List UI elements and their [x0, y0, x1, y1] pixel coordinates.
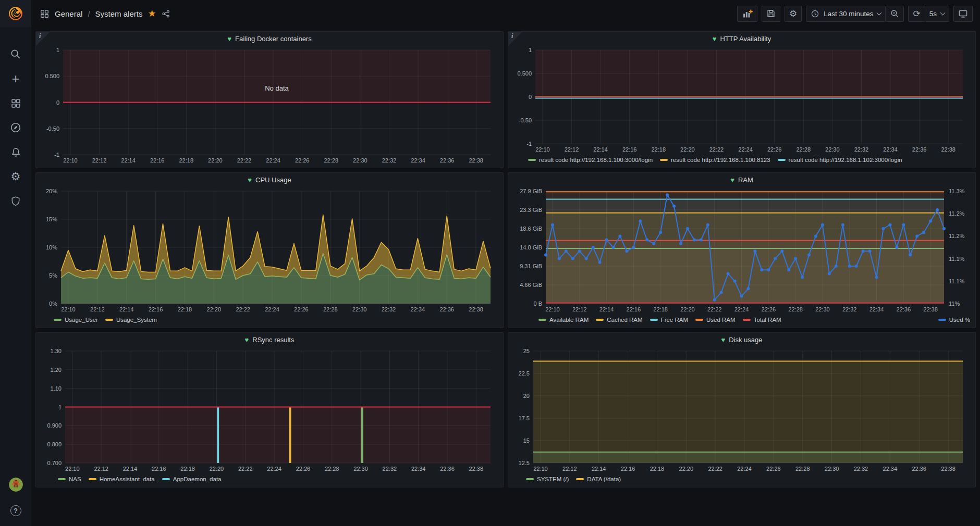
legend-item[interactable]: Used RAM — [695, 317, 736, 323]
panel-header[interactable]: ♥ CPU Usage — [41, 173, 498, 187]
panel-legend: Available RAMCached RAMFree RAMUsed RAMT… — [513, 314, 970, 325]
svg-text:22:10: 22:10 — [61, 306, 76, 312]
failing-docker-containers-chart[interactable]: 22:1022:1222:1422:1622:1822:2022:2222:24… — [41, 46, 498, 165]
zoom-out-time-button[interactable] — [886, 6, 904, 22]
legend-item[interactable]: NAS — [58, 476, 81, 482]
save-floppy-icon — [766, 9, 776, 18]
rsync-results-chart[interactable]: 22:1022:1222:1422:1622:1822:2022:2222:24… — [41, 347, 498, 473]
legend-item[interactable]: Total RAM — [743, 317, 781, 323]
panel-rsync-results: ♥ RSync results 22:1022:1222:1422:1622:1… — [35, 332, 504, 487]
dashboard-title[interactable]: System alerts — [95, 9, 143, 18]
svg-text:No data: No data — [265, 84, 289, 92]
dashboard-grid-icon — [40, 9, 50, 19]
legend-item[interactable]: AppDaemon_data — [162, 476, 222, 482]
svg-text:-1: -1 — [54, 152, 59, 158]
disk-usage-chart[interactable]: 22:1022:1222:1422:1622:1822:2022:2222:24… — [513, 347, 970, 473]
svg-text:22:30: 22:30 — [825, 466, 839, 472]
cycle-view-mode-button[interactable] — [953, 6, 973, 22]
svg-text:22:20: 22:20 — [210, 466, 224, 472]
svg-text:14.0 GiB: 14.0 GiB — [520, 244, 542, 251]
explore-compass-icon[interactable] — [9, 121, 22, 134]
legend-item[interactable]: Cached RAM — [596, 317, 642, 323]
panel-header[interactable]: ♥ Disk usage — [513, 333, 970, 347]
create-plus-icon[interactable]: + — [9, 72, 22, 85]
svg-text:22:14: 22:14 — [119, 306, 134, 312]
alert-ok-heart-icon: ♥ — [227, 35, 231, 43]
panel-ram: ♥ RAM 22:1022:1222:1422:1622:1822:2022:2… — [508, 172, 976, 328]
legend-item[interactable]: HomeAssistant_data — [89, 476, 155, 482]
cpu-usage-chart[interactable]: 22:1022:1222:1422:1622:1822:2022:2222:24… — [41, 187, 498, 314]
panel-header[interactable]: ♥ Failing Docker containers — [41, 32, 498, 46]
panel-http-availability: i ♥ HTTP Availability 22:1022:1222:1422:… — [508, 31, 976, 168]
svg-text:22:30: 22:30 — [815, 306, 830, 312]
panel-header[interactable]: ♥ HTTP Availability — [513, 32, 970, 46]
dashboard-settings-button[interactable]: ⚙ — [785, 6, 802, 22]
help-icon[interactable]: ? — [9, 504, 22, 517]
refresh-group: ⟳ 5s — [908, 6, 949, 22]
refresh-interval-picker[interactable]: 5s — [925, 6, 949, 22]
ram-chart[interactable]: 22:1022:1222:1422:1622:1822:2022:2222:24… — [513, 187, 970, 314]
legend-item[interactable]: DATA (/data) — [576, 476, 621, 482]
share-icon[interactable] — [162, 9, 170, 18]
svg-text:22:30: 22:30 — [353, 157, 368, 164]
svg-text:22:24: 22:24 — [266, 157, 280, 164]
alert-ok-heart-icon: ♥ — [248, 176, 252, 184]
user-avatar[interactable] — [9, 478, 23, 492]
alert-ok-heart-icon: ♥ — [721, 336, 725, 344]
alert-ok-heart-icon: ♥ — [713, 35, 717, 43]
svg-text:22:16: 22:16 — [621, 466, 635, 472]
legend-item[interactable]: result code http://192.168.1.102:3000/lo… — [778, 157, 902, 163]
svg-text:22:26: 22:26 — [766, 466, 781, 472]
panel-cpu-usage: ♥ CPU Usage 22:1022:1222:1422:1622:1822:… — [35, 172, 504, 328]
legend-item[interactable]: result code http://192.168.1.100:8123 — [660, 157, 770, 163]
legend-item[interactable]: SYSTEM (/) — [526, 476, 569, 482]
panel-legend: Usage_UserUsage_System — [41, 314, 498, 325]
svg-text:22:10: 22:10 — [65, 466, 80, 472]
svg-text:22:18: 22:18 — [179, 157, 194, 164]
svg-text:22:30: 22:30 — [825, 146, 840, 153]
svg-text:22:18: 22:18 — [652, 146, 666, 153]
legend-item[interactable]: Usage_User — [54, 317, 98, 323]
svg-text:22:20: 22:20 — [207, 306, 222, 312]
svg-text:9.31 GiB: 9.31 GiB — [520, 263, 542, 269]
panel-title: Disk usage — [729, 336, 762, 344]
legend-item[interactable]: Used % — [938, 317, 970, 323]
legend-item[interactable]: Free RAM — [650, 317, 688, 323]
configuration-gear-icon[interactable]: ⚙ — [9, 170, 22, 183]
panel-info-icon[interactable]: i — [508, 32, 522, 46]
dashboards-grid-icon[interactable] — [9, 97, 22, 109]
svg-text:22:34: 22:34 — [411, 466, 426, 472]
server-admin-shield-icon[interactable] — [9, 195, 22, 207]
favorite-star-icon[interactable]: ★ — [148, 9, 156, 18]
alerting-bell-icon[interactable] — [9, 146, 22, 158]
svg-text:22:36: 22:36 — [897, 306, 911, 312]
svg-text:22:14: 22:14 — [121, 157, 136, 164]
refresh-button[interactable]: ⟳ — [908, 6, 925, 22]
alert-ok-heart-icon: ♥ — [730, 176, 734, 184]
time-range-picker[interactable]: Last 30 minutes — [806, 6, 886, 22]
panel-header[interactable]: ♥ RAM — [513, 173, 970, 187]
panel-info-icon[interactable]: i — [36, 32, 50, 46]
save-dashboard-button[interactable] — [762, 6, 780, 22]
svg-text:1.10: 1.10 — [51, 385, 62, 392]
svg-text:0: 0 — [56, 99, 59, 106]
legend-item[interactable]: Usage_System — [105, 317, 157, 323]
http-availability-chart[interactable]: 22:1022:1222:1422:1622:1822:2022:2222:24… — [513, 46, 970, 154]
grafana-logo[interactable] — [0, 0, 31, 27]
panel-disk-usage: ♥ Disk usage 22:1022:1222:1422:1622:1822… — [508, 332, 976, 487]
svg-text:20%: 20% — [46, 188, 57, 194]
svg-text:-0.50: -0.50 — [519, 117, 532, 123]
add-panel-button[interactable] — [737, 6, 757, 22]
legend-item[interactable]: Available RAM — [538, 317, 589, 323]
svg-text:22:38: 22:38 — [923, 306, 938, 312]
svg-text:11.2%: 11.2% — [949, 210, 965, 217]
panel-title: HTTP Availability — [720, 35, 771, 43]
svg-text:0.700: 0.700 — [47, 460, 62, 466]
legend-item[interactable]: result code http://192.168.1.100:3000/lo… — [528, 157, 653, 163]
panel-legend: NASHomeAssistant_dataAppDaemon_data — [41, 473, 498, 484]
breadcrumb-folder[interactable]: General — [55, 9, 82, 18]
svg-text:22:38: 22:38 — [941, 466, 956, 472]
svg-text:1: 1 — [529, 47, 532, 53]
panel-header[interactable]: ♥ RSync results — [41, 333, 498, 347]
search-icon[interactable] — [9, 48, 22, 60]
